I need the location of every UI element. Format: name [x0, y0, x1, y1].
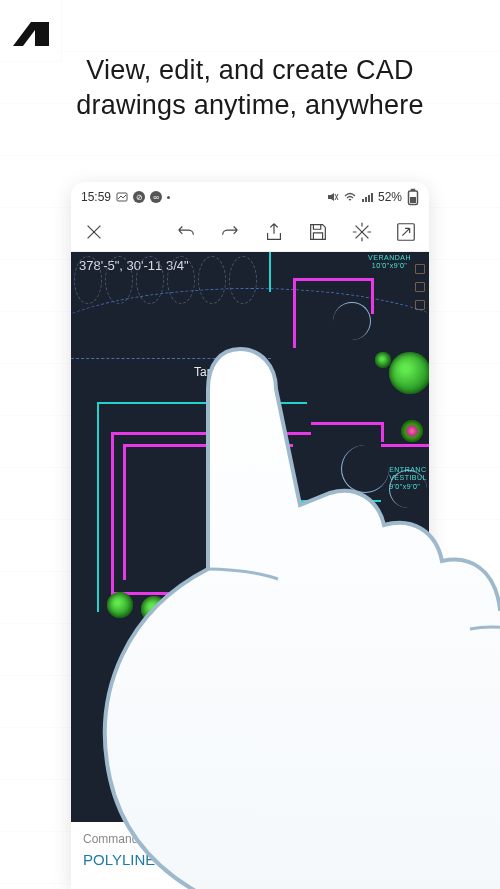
undo-button[interactable] — [173, 219, 199, 245]
close-button[interactable] — [81, 219, 107, 245]
active-command-name: POLYLINE — [83, 851, 155, 868]
status-dot — [167, 196, 170, 199]
drawing-canvas[interactable]: 378'-5", 30'-11 3/4" — [71, 252, 429, 822]
app-toolbar — [71, 212, 429, 252]
save-button[interactable] — [305, 219, 331, 245]
road-curve — [71, 288, 429, 408]
status-pill-icon: ⊘ — [133, 191, 145, 203]
plant-5 — [207, 598, 225, 616]
svg-rect-3 — [368, 195, 370, 202]
entrance-label: ENTRANC VESTIBUL 9'0"x9'0" — [389, 466, 427, 491]
redo-button[interactable] — [217, 219, 243, 245]
app-logo — [0, 0, 61, 61]
command-prompt: Specify start po — [159, 851, 262, 868]
svg-rect-2 — [365, 197, 367, 202]
headline-line2: drawings anytime, anywhere — [76, 90, 423, 120]
headline: View, edit, and create CAD drawings anyt… — [0, 53, 500, 123]
signal-icon — [361, 191, 373, 203]
living-room-label: VING ROOM 5'0"x15'0" — [279, 512, 324, 529]
share-button[interactable] — [261, 219, 287, 245]
measure-button[interactable] — [349, 219, 375, 245]
fullscreen-button[interactable] — [393, 219, 419, 245]
verandah-label: VERANDAH 10'0"x9'0" — [368, 254, 411, 271]
battery-icon — [407, 191, 419, 203]
svg-rect-7 — [410, 197, 416, 203]
status-battery-pct: 52% — [378, 190, 402, 204]
command-active-line: POLYLINE Specify start po — [83, 851, 417, 868]
headline-line1: View, edit, and create CAD — [86, 55, 413, 85]
status-bar: 15:59 ⊘ ∞ 52% — [71, 182, 429, 212]
status-time: 15:59 — [81, 190, 111, 204]
svg-rect-4 — [371, 193, 373, 202]
tap-hint-label: Tap — [194, 365, 213, 379]
wifi-icon — [344, 191, 356, 203]
command-panel[interactable]: Command: _PLINE POLYLINE Specify start p… — [71, 822, 429, 889]
side-tool-indicators — [415, 264, 425, 310]
autodesk-logo-icon — [11, 14, 51, 48]
phone-mockup: 15:59 ⊘ ∞ 52% — [71, 182, 429, 889]
svg-rect-1 — [362, 199, 364, 202]
crosshair-cursor — [219, 378, 243, 402]
command-history-line: Command: _PLINE — [83, 832, 417, 846]
mute-icon — [327, 191, 339, 203]
status-pill-icon-2: ∞ — [150, 191, 162, 203]
image-icon — [116, 191, 128, 203]
svg-rect-6 — [411, 189, 416, 191]
